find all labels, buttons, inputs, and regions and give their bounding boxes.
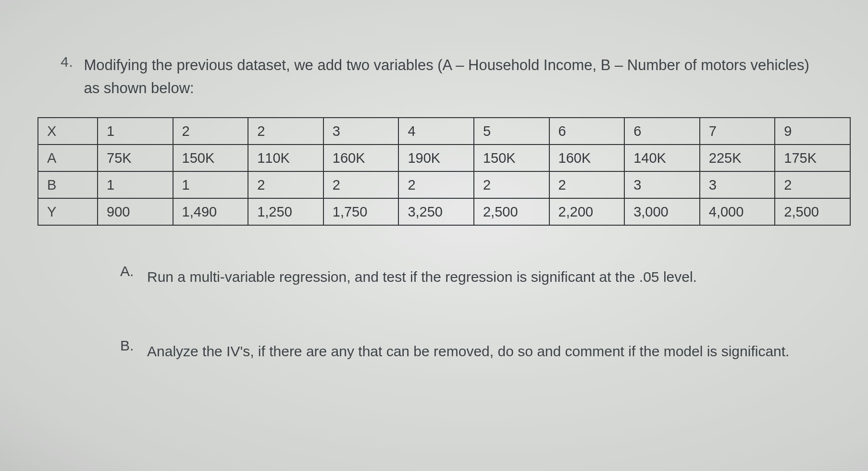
cell: 175K <box>775 145 850 171</box>
table-row: X 1 2 2 3 4 5 6 6 7 9 <box>38 118 850 145</box>
cell: 1 <box>98 171 173 198</box>
table-row: B 1 1 2 2 2 2 2 3 3 2 <box>38 171 850 198</box>
cell: 6 <box>549 118 625 145</box>
cell: 3,000 <box>624 198 700 225</box>
cell: 160K <box>323 145 399 171</box>
sub-question-b: B. Analyze the IV's, if there are any th… <box>120 338 822 365</box>
row-label: A <box>38 145 98 171</box>
sub-question-a: A. Run a multi-variable regression, and … <box>120 263 822 290</box>
row-label: Y <box>38 198 98 225</box>
cell: 3,250 <box>398 198 474 225</box>
question-number: 4. <box>19 54 82 70</box>
cell: 3 <box>624 171 700 198</box>
cell: 2,200 <box>549 198 625 225</box>
cell: 1 <box>173 171 248 198</box>
question-intro: Modifying the previous dataset, we add t… <box>84 54 819 100</box>
cell: 2 <box>549 171 625 198</box>
cell: 4,000 <box>700 198 775 225</box>
cell: 75K <box>98 145 173 171</box>
sub-text: Analyze the IV's, if there are any that … <box>147 338 822 365</box>
cell: 1,490 <box>173 198 248 225</box>
row-label: X <box>38 118 98 145</box>
cell: 110K <box>248 145 323 171</box>
cell: 225K <box>700 145 775 171</box>
row-label: B <box>38 171 98 198</box>
cell: 2 <box>775 171 850 198</box>
cell: 2 <box>248 171 323 198</box>
cell: 900 <box>98 198 173 225</box>
cell: 2 <box>248 118 323 145</box>
cell: 3 <box>323 118 399 145</box>
cell: 2 <box>173 118 248 145</box>
table-row: Y 900 1,490 1,250 1,750 3,250 2,500 2,20… <box>38 198 850 225</box>
cell: 2,500 <box>775 198 850 225</box>
cell: 2,500 <box>474 198 549 225</box>
cell: 1,750 <box>323 198 399 225</box>
sub-questions: A. Run a multi-variable regression, and … <box>120 263 822 365</box>
cell: 140K <box>624 145 700 171</box>
cell: 3 <box>700 171 775 198</box>
sub-letter: A. <box>120 263 147 279</box>
data-table: X 1 2 2 3 4 5 6 6 7 9 A 75K 150K 110K 16… <box>37 117 851 226</box>
cell: 9 <box>775 118 850 145</box>
table-row: A 75K 150K 110K 160K 190K 150K 160K 140K… <box>38 145 850 171</box>
cell: 1,250 <box>248 198 323 225</box>
cell: 2 <box>323 171 399 198</box>
cell: 160K <box>549 145 625 171</box>
sub-text: Run a multi-variable regression, and tes… <box>147 263 822 290</box>
cell: 1 <box>98 118 173 145</box>
cell: 150K <box>474 145 549 171</box>
cell: 4 <box>398 118 474 145</box>
cell: 5 <box>474 118 549 145</box>
sub-letter: B. <box>120 338 147 354</box>
cell: 2 <box>398 171 474 198</box>
cell: 2 <box>474 171 549 198</box>
cell: 150K <box>173 145 248 171</box>
cell: 190K <box>398 145 474 171</box>
cell: 7 <box>700 118 775 145</box>
cell: 6 <box>624 118 700 145</box>
